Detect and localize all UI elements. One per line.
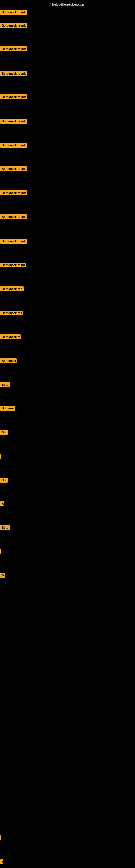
bottleneck-result-badge[interactable]: Bottl [0, 525, 10, 530]
bottleneck-badge-row: Bottleneck result [0, 143, 27, 149]
bottleneck-result-badge[interactable]: Bottleneck result [0, 46, 27, 51]
bottleneck-badge-row [0, 549, 1, 554]
bottleneck-result-badge[interactable]: Bottleneck resul [0, 262, 27, 268]
bottleneck-badge-row: Bottleneck result [0, 94, 27, 100]
bottleneck-badge-row: Bottleneck result [0, 10, 27, 16]
bottleneck-badge-row: Bottleneck result [0, 46, 27, 52]
site-title: TheBottlenecker.com [0, 0, 135, 8]
bottleneck-badge-row: Bottleneck res [0, 311, 23, 316]
bottleneck-result-badge[interactable]: B [0, 859, 3, 864]
bottleneck-badge-row: Bottl [0, 525, 10, 531]
bottleneck-result-badge[interactable]: Bottleneck result [0, 239, 27, 244]
bottleneck-result-badge[interactable]: Bottleneck res [0, 286, 24, 291]
bottleneck-result-badge[interactable]: Bottleneck result [0, 10, 27, 14]
bottleneck-badge-row: B [0, 501, 4, 507]
bottleneck-result-badge[interactable]: Bottleneck result [0, 143, 27, 148]
bottleneck-badge-row: Bo [0, 573, 5, 579]
bottleneck-result-badge[interactable]: Bottleneck [0, 358, 17, 363]
bottleneck-result-badge[interactable]: Bot [0, 478, 8, 483]
bottleneck-result-badge[interactable]: Bottleneck result [0, 119, 27, 124]
bottleneck-badge-row: Bottleneck res [0, 286, 24, 292]
bottleneck-result-badge[interactable]: Bo [0, 573, 5, 578]
bottleneck-badge-row: Bottleneck [0, 358, 17, 364]
bottleneck-badge-row: Bottleneck result [0, 71, 27, 77]
bottleneck-result-badge[interactable]: Bottleneck result [0, 94, 27, 99]
bottleneck-result-badge[interactable]: Bottlenec [0, 406, 15, 411]
bottleneck-result-badge[interactable]: B [0, 501, 4, 506]
bottleneck-result-badge[interactable]: Bottleneck re [0, 335, 20, 339]
bottleneck-badge-row: Bot [0, 478, 8, 484]
bottleneck-badge-row: Bottlenec [0, 406, 15, 412]
bottleneck-badge-row: Bottleneck result [0, 214, 27, 220]
bottleneck-badge-row: Bottleneck result [0, 23, 27, 29]
bottleneck-badge-row: B [0, 859, 3, 865]
bottleneck-badge-row: Bottl [0, 382, 10, 388]
bottleneck-result-badge[interactable]: Bottleneck result [0, 214, 27, 219]
bottleneck-result-badge[interactable]: Bot [0, 430, 8, 435]
bottleneck-result-badge[interactable]: Bottleneck res [0, 311, 23, 315]
bottleneck-result-badge[interactable]: Bottleneck result [0, 190, 27, 195]
bottleneck-badge-row: Bottleneck resul [0, 262, 27, 269]
bottleneck-result-badge[interactable]: Bottleneck result [0, 166, 27, 171]
bottleneck-badge-row [0, 835, 1, 840]
bottleneck-badge-row: Bottleneck result [0, 190, 27, 196]
bottleneck-badge-row: Bottleneck result [0, 166, 27, 172]
bottleneck-badge-row: Bottleneck result [0, 239, 27, 245]
bottleneck-result-badge[interactable]: Bottleneck result [0, 23, 27, 28]
bottleneck-badge-row: Bot [0, 430, 8, 436]
bottleneck-badge-row [0, 454, 1, 459]
bottleneck-result-badge[interactable]: Bottleneck result [0, 71, 27, 76]
bottleneck-badge-row: Bottleneck result [0, 119, 27, 125]
bottleneck-result-badge[interactable]: Bottl [0, 382, 10, 387]
bottleneck-badge-row: Bottleneck re [0, 335, 20, 340]
